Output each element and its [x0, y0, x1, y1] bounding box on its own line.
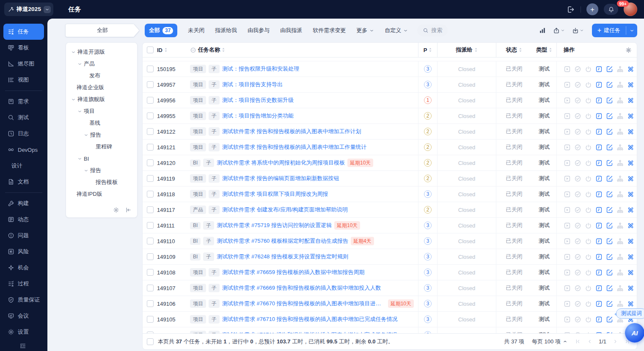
finish-task-icon[interactable]	[574, 191, 581, 198]
edit-task-icon[interactable]	[606, 238, 613, 245]
row-checkbox[interactable]	[147, 81, 154, 88]
create-subtask-icon[interactable]	[616, 66, 624, 73]
close-task-icon[interactable]	[585, 112, 592, 120]
start-task-icon[interactable]	[564, 316, 571, 323]
log-effort-icon[interactable]	[595, 128, 603, 135]
collapse-sidebar-button[interactable]	[0, 341, 47, 351]
task-name-link[interactable]: 测试软件需求 #76248 报告模板支持设置报告定时规则	[217, 253, 348, 261]
create-subtask-icon[interactable]	[616, 97, 624, 104]
task-name-link[interactable]: 测试软件需求 #76669 报告和报告模板的插入数据中增加投入人数	[222, 284, 381, 292]
sidebar-item-doc[interactable]: 文档	[0, 174, 47, 190]
filter-tab[interactable]: 更多	[356, 27, 374, 34]
sidebar-item-issue[interactable]: 问题	[0, 228, 47, 244]
edit-task-icon[interactable]	[606, 191, 613, 198]
log-effort-icon[interactable]	[595, 175, 603, 182]
table-row[interactable]: 149108 项目 子 测试软件需求 #76659 报告模板的插入数据中增加报告…	[143, 265, 637, 280]
product-switcher[interactable]: 禅道2025	[4, 3, 53, 16]
close-task-icon[interactable]	[585, 159, 592, 167]
row-checkbox[interactable]	[147, 191, 154, 197]
product-switcher-chevron[interactable]	[44, 6, 51, 13]
tree-settings-icon[interactable]	[113, 207, 119, 213]
edit-task-icon[interactable]	[606, 253, 613, 261]
log-effort-icon[interactable]	[595, 144, 603, 151]
tree-item[interactable]: 项目	[66, 105, 137, 117]
start-task-icon[interactable]	[564, 191, 571, 198]
create-subtask-icon[interactable]	[616, 112, 624, 120]
first-page-icon[interactable]	[575, 339, 581, 344]
sidebar-item-dynamic[interactable]: 动态	[0, 211, 47, 228]
task-name-link[interactable]: 测试软件需求 #75719 报告访问控制的设置逻辑	[217, 222, 332, 229]
tree-item[interactable]: 基线	[66, 117, 137, 129]
start-task-icon[interactable]	[564, 222, 571, 229]
filter-tab[interactable]: 指派给我	[215, 27, 237, 34]
finish-task-icon[interactable]	[574, 222, 581, 229]
task-name-link[interactable]: 测试软件需求 将系统中的周报初始化为周报项目模板	[217, 159, 345, 167]
table-row[interactable]: 149107 项目 子 测试软件需求 #76669 报告和报告模板的插入数据中增…	[143, 280, 637, 296]
sidebar-item-opportunity[interactable]: 机会	[0, 260, 47, 276]
edit-task-icon[interactable]	[606, 81, 613, 88]
create-subtask-icon[interactable]	[616, 285, 624, 292]
edit-task-icon[interactable]	[606, 316, 613, 323]
log-effort-icon[interactable]	[595, 253, 603, 261]
create-task-button[interactable]: + 建任务	[592, 24, 637, 37]
close-task-icon[interactable]	[585, 300, 592, 307]
sidebar-item-views[interactable]: 视图	[0, 72, 47, 88]
task-name-link[interactable]: 测试软件需求 #76670 报告和报告模板的插入图表中增加项目进展状况	[222, 300, 385, 307]
close-task-icon[interactable]	[585, 285, 592, 292]
finish-task-icon[interactable]	[574, 316, 581, 323]
tree-item[interactable]: 禅道开源版	[66, 46, 137, 58]
next-page-icon[interactable]	[613, 339, 618, 344]
row-checkbox[interactable]	[147, 238, 154, 244]
filter-tab[interactable]: 由我参与	[248, 27, 270, 34]
table-row[interactable]: 149955 项目 子 测试：项目报告增加分类功能 2 Closed 已关闭 测…	[143, 108, 637, 124]
close-task-icon[interactable]	[585, 222, 592, 229]
crossed-tools-icon[interactable]	[627, 159, 634, 167]
start-task-icon[interactable]	[564, 285, 571, 292]
create-subtask-icon[interactable]	[616, 222, 624, 229]
tree-item[interactable]: 产品	[66, 58, 137, 70]
close-task-icon[interactable]	[585, 238, 592, 245]
crossed-tools-icon[interactable]	[627, 175, 634, 182]
log-effort-icon[interactable]	[595, 206, 603, 214]
row-checkbox[interactable]	[147, 112, 154, 119]
sort-icon[interactable]	[222, 47, 225, 53]
log-effort-icon[interactable]	[595, 269, 603, 276]
task-name-link[interactable]: 测试软件需求 报告和报告模板的插入图表中增加工作量统计	[222, 143, 367, 151]
task-name-link[interactable]: 测试软件需求 项目权限下项目周报改为周报	[222, 190, 328, 198]
row-checkbox[interactable]	[147, 222, 154, 229]
create-subtask-icon[interactable]	[616, 238, 624, 245]
close-task-icon[interactable]	[585, 316, 592, 323]
table-row[interactable]: 149122 项目 子 测试软件需求 报告和报告模板的插入图表中增加工作计划 2…	[143, 124, 637, 140]
close-task-icon[interactable]	[585, 206, 592, 214]
finish-task-icon[interactable]	[574, 269, 581, 276]
sidebar-item-story[interactable]: 需求	[0, 93, 47, 110]
log-effort-icon[interactable]	[595, 300, 603, 307]
create-subtask-icon[interactable]	[616, 128, 624, 135]
create-subtask-icon[interactable]	[616, 81, 624, 88]
table-row[interactable]: 149104 项目 子 测试软件需求 #76711 报告和报告模板的插入图表中增…	[143, 327, 637, 333]
finish-task-icon[interactable]	[574, 97, 581, 104]
create-subtask-icon[interactable]	[616, 175, 624, 182]
row-checkbox[interactable]	[147, 66, 154, 72]
finish-task-icon[interactable]	[574, 206, 581, 214]
row-checkbox[interactable]	[147, 159, 154, 166]
task-name-link[interactable]: 测试软件需求 报告的编辑页面增加刷新数据按钮	[222, 175, 339, 182]
finish-task-icon[interactable]	[574, 81, 581, 88]
sort-icon[interactable]	[519, 47, 522, 53]
sort-icon[interactable]	[429, 47, 432, 53]
row-checkbox[interactable]	[147, 144, 154, 151]
crossed-tools-icon[interactable]	[627, 269, 634, 276]
table-row[interactable]: 149120 BI 子 测试软件需求 将系统中的周报初始化为周报项目模板 延期1…	[143, 155, 637, 171]
row-checkbox[interactable]	[147, 206, 154, 213]
row-checkbox[interactable]	[147, 285, 154, 291]
table-row[interactable]: 149117 产品 子 测试软件需求 创建发布/应用/构建页面增加帮助说明 2 …	[143, 202, 637, 218]
crossed-tools-icon[interactable]	[627, 300, 634, 307]
log-effort-icon[interactable]	[595, 222, 603, 229]
start-task-icon[interactable]	[564, 300, 571, 307]
sort-icon[interactable]	[164, 47, 168, 53]
table-row[interactable]: 150195 项目 子 测试：报告权限升级和安装处理 3 Closed 已关闭 …	[143, 61, 637, 77]
table-row[interactable]: 149119 项目 子 测试软件需求 报告的编辑页面增加刷新数据按钮 2 Clo…	[143, 171, 637, 186]
collapse-panel-icon[interactable]	[125, 207, 132, 213]
task-name-link[interactable]: 测试软件需求 报告和报告模板的插入图表中增加工作计划	[222, 128, 361, 135]
crossed-tools-icon[interactable]	[627, 144, 634, 151]
